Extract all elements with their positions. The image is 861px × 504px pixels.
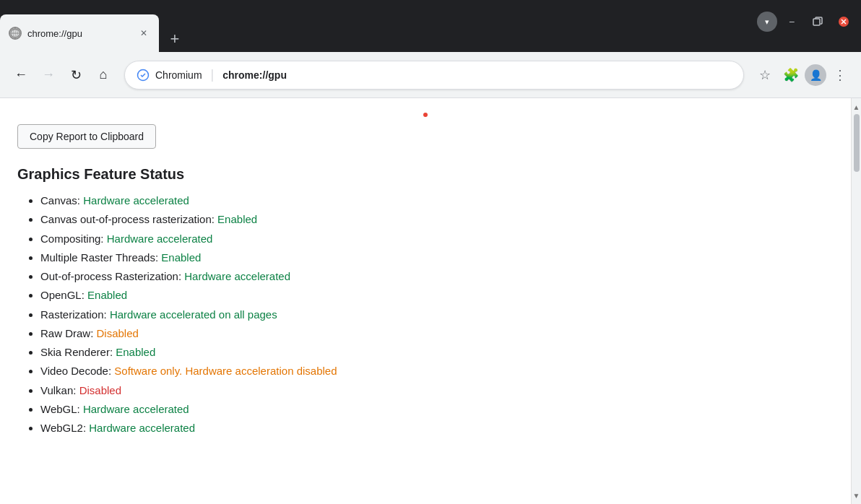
feature-status: Enabled — [161, 251, 201, 264]
list-item: Rasterization: Hardware accelerated on a… — [40, 305, 834, 324]
notification-dot — [423, 113, 428, 117]
feature-status: Software only. Hardware acceleration dis… — [114, 365, 337, 377]
feature-status: Disabled — [79, 384, 121, 396]
list-item: Skia Renderer: Enabled — [40, 343, 834, 362]
home-icon: ⌂ — [100, 67, 108, 82]
tab-favicon — [9, 27, 22, 40]
omnibox[interactable]: Chromium | chrome://gpu — [124, 61, 744, 90]
feature-status: Hardware accelerated — [83, 194, 189, 207]
toolbar: ← → ↻ ⌂ Chromium | chrome://gpu ☆ 🧩 👤 ⋮ — [0, 52, 861, 98]
scrollbar[interactable]: ▲ ▼ — [851, 98, 861, 504]
feature-status: Enabled — [87, 289, 127, 301]
feature-list: Canvas: Hardware acceleratedCanvas out-o… — [17, 191, 834, 438]
back-icon: ← — [14, 67, 27, 82]
feature-status: Hardware accelerated — [107, 233, 213, 245]
feature-label: Out-of-process Rasterization: — [40, 270, 184, 282]
feature-status: Hardware accelerated — [89, 422, 195, 434]
profile-button[interactable]: 👤 — [805, 64, 826, 86]
new-tab-button[interactable]: + — [162, 26, 188, 52]
feature-status: Enabled — [116, 346, 155, 358]
back-button[interactable]: ← — [9, 63, 33, 87]
restore-button[interactable] — [806, 12, 829, 32]
minimize-button[interactable]: − — [780, 12, 803, 32]
feature-label: Raw Draw: — [40, 327, 97, 339]
tab-area: chrome://gpu ✕ + — [0, 0, 751, 52]
feature-label: Rasterization: — [40, 308, 110, 321]
feature-label: Video Decode: — [40, 365, 114, 377]
page-content: Copy Report to Clipboard Graphics Featur… — [0, 98, 861, 504]
scrollbar-track[interactable] — [853, 114, 860, 488]
titlebar-controls: ▾ − — [757, 0, 855, 52]
menu-button[interactable]: ⋮ — [828, 63, 852, 87]
profile-dropdown-button[interactable]: ▾ — [757, 12, 777, 32]
feature-label: WebGL2: — [40, 422, 89, 434]
reload-icon: ↻ — [71, 67, 82, 83]
page-body: Copy Report to Clipboard Graphics Featur… — [0, 98, 851, 504]
scrollbar-thumb[interactable] — [854, 114, 860, 172]
feature-status: Enabled — [217, 213, 257, 225]
puzzle-icon: 🧩 — [783, 67, 799, 83]
bookmark-button[interactable]: ☆ — [753, 63, 777, 87]
list-item: Multiple Raster Threads: Enabled — [40, 248, 834, 267]
feature-status: Hardware accelerated on all pages — [110, 308, 277, 321]
feature-status: Disabled — [97, 327, 139, 339]
star-icon: ☆ — [759, 67, 771, 83]
profile-dropdown-icon: ▾ — [765, 17, 769, 27]
list-item: OpenGL: Enabled — [40, 286, 834, 305]
feature-label: Multiple Raster Threads: — [40, 251, 161, 264]
feature-label: Skia Renderer: — [40, 346, 116, 358]
list-item: Raw Draw: Disabled — [40, 324, 834, 343]
list-item: Compositing: Hardware accelerated — [40, 230, 834, 248]
feature-label: Vulkan: — [40, 384, 79, 396]
kebab-menu-icon: ⋮ — [834, 67, 847, 83]
home-button[interactable]: ⌂ — [91, 63, 116, 87]
toolbar-actions: ☆ 🧩 👤 ⋮ — [753, 63, 852, 87]
feature-label: Canvas: — [40, 194, 83, 207]
reload-button[interactable]: ↻ — [64, 63, 88, 87]
feature-status: Hardware accelerated — [184, 270, 290, 282]
scrollbar-up-button[interactable]: ▲ — [852, 100, 862, 114]
feature-label: Canvas out-of-process rasterization: — [40, 213, 217, 225]
list-item: WebGL: Hardware accelerated — [40, 400, 834, 419]
titlebar: chrome://gpu ✕ + ▾ − — [0, 0, 861, 52]
list-item: Canvas: Hardware accelerated — [40, 191, 834, 210]
tab-title: chrome://gpu — [27, 28, 131, 39]
svg-rect-4 — [813, 19, 820, 25]
omnibox-url: chrome://gpu — [222, 69, 732, 81]
list-item: Canvas out-of-process rasterization: Ena… — [40, 210, 834, 229]
section-title: Graphics Feature Status — [17, 166, 834, 183]
close-button[interactable] — [832, 12, 855, 32]
list-item: Vulkan: Disabled — [40, 381, 834, 400]
omnibox-brand: Chromium — [155, 69, 202, 81]
scrollbar-down-button[interactable]: ▼ — [852, 488, 862, 503]
list-item: Out-of-process Rasterization: Hardware a… — [40, 267, 834, 286]
tab-close-button[interactable]: ✕ — [137, 27, 150, 40]
copy-report-button[interactable]: Copy Report to Clipboard — [17, 124, 156, 149]
person-icon: 👤 — [810, 69, 822, 81]
feature-label: WebGL: — [40, 403, 83, 415]
feature-label: Compositing: — [40, 233, 107, 245]
forward-button[interactable]: → — [36, 63, 61, 87]
feature-label: OpenGL: — [40, 289, 87, 301]
extensions-button[interactable]: 🧩 — [779, 63, 803, 87]
active-tab[interactable]: chrome://gpu ✕ — [0, 14, 159, 52]
list-item: WebGL2: Hardware accelerated — [40, 419, 834, 438]
list-item: Video Decode: Software only. Hardware ac… — [40, 362, 834, 381]
security-icon — [137, 69, 150, 82]
feature-status: Hardware accelerated — [83, 403, 189, 415]
omnibox-separator: | — [211, 67, 215, 82]
forward-icon: → — [42, 67, 55, 82]
